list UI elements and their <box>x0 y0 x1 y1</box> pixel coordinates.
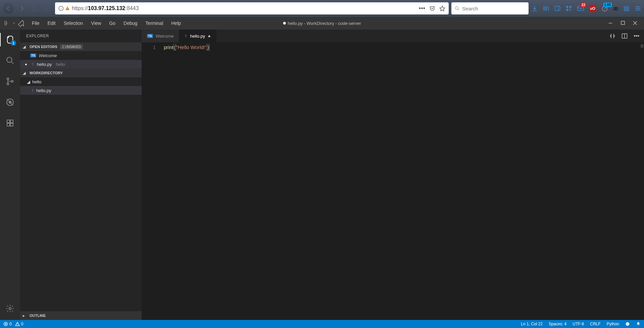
sidebar-ext-icon[interactable] <box>554 5 561 12</box>
pocket-icon[interactable] <box>429 5 435 11</box>
svg-rect-20 <box>7 120 10 123</box>
ts-icon: TS <box>30 53 36 57</box>
forward-button[interactable] <box>17 3 27 13</box>
svg-point-3 <box>455 7 458 9</box>
status-errors[interactable]: 0 <box>3 322 12 326</box>
tab-bar: TS Welcome ⚕ hello.py ● ••• <box>142 30 644 42</box>
tab-welcome[interactable]: TS Welcome <box>142 30 179 42</box>
editor-area: TS Welcome ⚕ hello.py ● ••• 1 print("Hel… <box>142 30 644 320</box>
svg-point-14 <box>7 57 12 62</box>
svg-rect-1 <box>67 8 67 9</box>
ide-menubar: + File Edit Selection View Go Debug Term… <box>0 17 644 30</box>
svg-rect-7 <box>566 9 568 11</box>
reload-button[interactable] <box>30 3 40 13</box>
menu-debug[interactable]: Debug <box>119 18 141 29</box>
grid-ext-icon[interactable] <box>623 5 630 12</box>
dirty-indicator-icon <box>283 22 286 25</box>
activity-debug[interactable] <box>3 95 17 109</box>
python-icon: ⚕ <box>32 62 34 67</box>
status-language[interactable]: Python <box>607 322 619 326</box>
back-button[interactable] <box>3 3 14 14</box>
library-icon[interactable] <box>543 5 549 12</box>
activity-scm[interactable] <box>3 75 17 88</box>
file-hello-py[interactable]: ⚕ hello.py <box>20 86 142 95</box>
line-gutter: 1 <box>142 44 164 320</box>
tab-dirty-icon[interactable]: ● <box>208 33 210 39</box>
more-actions-icon[interactable]: ••• <box>634 33 639 39</box>
status-bell-icon[interactable] <box>636 322 641 326</box>
tab-actions: ••• <box>605 30 644 42</box>
svg-rect-6 <box>569 6 572 8</box>
activity-search[interactable] <box>3 54 17 67</box>
svg-rect-2 <box>67 9 67 9</box>
menu-file[interactable]: File <box>28 18 44 29</box>
svg-point-28 <box>627 323 627 324</box>
svg-point-29 <box>628 323 629 324</box>
svg-point-27 <box>626 322 630 326</box>
code-line-1[interactable]: print("Hello World!") <box>164 44 209 320</box>
workspace-header[interactable]: ◢ WORKDIRECTORY <box>20 69 142 77</box>
meter-ext-icon[interactable]: 1.65 <box>601 5 608 12</box>
tiles-ext-icon[interactable] <box>565 5 572 12</box>
menu-view[interactable]: View <box>87 18 105 29</box>
minimize-button[interactable] <box>608 21 613 26</box>
hamburger-menu-icon[interactable] <box>635 5 641 12</box>
svg-rect-22 <box>7 123 10 126</box>
home-button[interactable] <box>42 3 52 13</box>
explorer-sidebar: EXPLORER ◢ OPEN EDITORS 1 UNSAVED TS Wel… <box>20 30 142 320</box>
ts-icon: TS <box>147 34 153 38</box>
outline-header[interactable]: ▸ OUTLINE <box>20 311 142 320</box>
activity-explorer[interactable]: 1 <box>3 33 17 46</box>
svg-point-17 <box>11 80 13 82</box>
chevron-down-icon: ◢ <box>23 71 27 75</box>
status-indent[interactable]: Spaces: 4 <box>549 322 566 326</box>
browser-search-input[interactable] <box>462 6 525 11</box>
open-editor-welcome[interactable]: TS Welcome <box>20 51 142 60</box>
browser-toolbar: https://103.97.125.132:8443 ••• 22 uO 1.… <box>0 0 644 17</box>
status-feedback-icon[interactable] <box>625 322 630 326</box>
split-editor-icon[interactable] <box>622 33 628 39</box>
browser-extensions: 22 uO 1.65 æ <box>531 5 641 12</box>
menu-go[interactable]: Go <box>105 18 119 29</box>
bookmark-star-icon[interactable] <box>439 5 445 11</box>
activity-settings[interactable] <box>3 302 17 315</box>
url-bar[interactable]: https://103.97.125.132:8443 ••• <box>55 2 449 14</box>
chevron-down-icon: ◢ <box>23 45 27 49</box>
unsaved-tag: 1 UNSAVED <box>60 44 83 49</box>
menu-help[interactable]: Help <box>167 18 185 29</box>
status-cursor-pos[interactable]: Ln 1, Col 22 <box>521 322 543 326</box>
svg-point-15 <box>7 78 9 80</box>
browser-search-bar[interactable] <box>451 2 529 14</box>
svg-rect-13 <box>621 21 625 25</box>
activity-bar: 1 <box>0 30 20 320</box>
tab-hello[interactable]: ⚕ hello.py ● <box>179 30 216 42</box>
activity-extensions[interactable] <box>3 116 17 130</box>
ae-ext-icon[interactable]: æ <box>613 5 618 12</box>
svg-point-24 <box>9 308 11 310</box>
compare-changes-icon[interactable] <box>609 33 615 39</box>
svg-rect-4 <box>555 6 560 10</box>
page-actions-icon[interactable]: ••• <box>419 5 425 12</box>
window-controls <box>608 21 644 26</box>
close-button[interactable] <box>633 21 637 26</box>
status-encoding[interactable]: UTF-8 <box>573 322 584 326</box>
ublock-ext-icon[interactable]: uO <box>589 5 596 12</box>
minimap[interactable] <box>639 44 644 320</box>
site-info-icon[interactable] <box>58 6 70 11</box>
menu-selection[interactable]: Selection <box>60 18 87 29</box>
downloads-icon[interactable] <box>531 5 538 12</box>
explorer-badge: 1 <box>11 40 16 46</box>
open-editors-header[interactable]: ◢ OPEN EDITORS 1 UNSAVED <box>20 42 142 51</box>
menu-terminal[interactable]: Terminal <box>141 18 167 29</box>
maximize-button[interactable] <box>621 21 625 26</box>
open-editor-hello[interactable]: ⚕ hello.py hello <box>20 60 142 69</box>
mail-ext-icon[interactable]: 22 <box>577 5 584 12</box>
svg-rect-10 <box>569 10 571 11</box>
status-warnings[interactable]: 0 <box>15 322 23 326</box>
folder-hello[interactable]: ◢ hello <box>20 77 142 86</box>
code-editor[interactable]: 1 print("Hello World!") <box>142 42 644 320</box>
python-icon: ⚕ <box>185 33 187 39</box>
menu-edit[interactable]: Edit <box>44 18 60 29</box>
status-eol[interactable]: CRLF <box>590 322 600 326</box>
meter-badge: 1.65 <box>603 3 612 7</box>
